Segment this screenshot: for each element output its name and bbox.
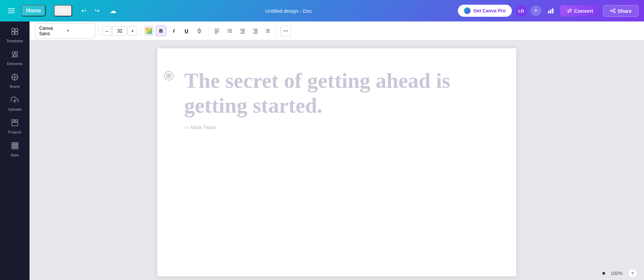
svg-point-3 xyxy=(614,9,615,10)
sidebar-item-uploads[interactable]: Uploads xyxy=(1,93,28,114)
document-title: Untitled design - Doc xyxy=(123,8,454,14)
bold-button[interactable]: B xyxy=(156,25,166,36)
more-options-button[interactable] xyxy=(280,25,291,36)
svg-rect-22 xyxy=(14,143,16,144)
top-navigation: Home File ↩ ↪ ☁ Untitled design - Doc Ge… xyxy=(0,0,644,21)
sidebar-item-templates[interactable]: Templates xyxy=(1,24,28,46)
apps-icon xyxy=(11,142,19,152)
svg-point-54 xyxy=(287,30,288,31)
sidebar-item-elements[interactable]: Elements xyxy=(1,47,28,68)
brand-icon xyxy=(11,73,19,83)
font-size-input[interactable] xyxy=(112,26,127,36)
svg-point-40 xyxy=(227,32,228,33)
home-button[interactable]: Home xyxy=(21,5,46,16)
more-options-icon xyxy=(283,28,289,34)
outdent-icon xyxy=(252,28,258,34)
add-collaborator-button[interactable]: + xyxy=(531,5,541,16)
zoom-level: 100% xyxy=(610,271,623,276)
indent-button[interactable] xyxy=(237,25,248,36)
list-icon xyxy=(227,28,233,34)
decrease-font-size-button[interactable]: – xyxy=(102,26,112,36)
formatting-toolbar: Canva Sans ▼ – + B I U xyxy=(30,21,644,40)
apps-label: Apps xyxy=(10,153,19,157)
spacing-button[interactable] xyxy=(263,25,273,36)
document-canvas: The secret of getting ahead is getting s… xyxy=(157,48,516,276)
svg-rect-20 xyxy=(12,122,18,126)
svg-rect-29 xyxy=(16,147,18,149)
quote-attribution: — Mark Twain xyxy=(184,124,489,130)
scroll-indicator xyxy=(602,272,605,275)
svg-rect-2 xyxy=(552,8,553,13)
svg-rect-25 xyxy=(14,145,16,147)
toolbar-divider-4 xyxy=(277,26,277,36)
underline-button[interactable]: U xyxy=(181,25,192,36)
svg-rect-18 xyxy=(12,120,14,121)
svg-rect-1 xyxy=(550,9,551,13)
status-bar: 100% ? xyxy=(596,267,644,280)
align-left-icon xyxy=(214,28,220,34)
svg-rect-23 xyxy=(16,143,18,144)
stats-button[interactable] xyxy=(545,5,557,17)
sidebar-item-brand[interactable]: Brand xyxy=(1,70,28,91)
strikethrough-button[interactable] xyxy=(194,25,205,36)
redo-button[interactable]: ↪ xyxy=(91,5,103,17)
left-sidebar: Templates Elements Brand xyxy=(0,0,30,280)
sidebar-item-projects[interactable]: Projects xyxy=(1,115,28,137)
elements-label: Elements xyxy=(7,62,22,66)
get-canva-pro-button[interactable]: Get Canva Pro xyxy=(458,5,512,17)
undo-button[interactable]: ↩ xyxy=(77,5,90,17)
strikethrough-icon xyxy=(197,28,202,34)
uploads-label: Uploads xyxy=(8,107,21,111)
file-button[interactable]: File xyxy=(54,5,72,16)
color-swatch xyxy=(146,28,152,34)
svg-point-52 xyxy=(284,30,285,31)
svg-point-5 xyxy=(614,11,615,13)
svg-rect-0 xyxy=(548,11,549,13)
font-family-selector[interactable]: Canva Sans ▼ xyxy=(35,23,95,39)
help-button[interactable]: ? xyxy=(628,269,637,278)
svg-rect-27 xyxy=(12,147,13,149)
brand-label: Brand xyxy=(10,85,19,89)
nav-right-group: Get Canva Pro LD + Convert xyxy=(458,5,639,17)
chevron-down-icon: ▼ xyxy=(66,29,91,33)
svg-rect-28 xyxy=(14,147,16,149)
svg-marker-14 xyxy=(12,55,15,57)
svg-point-38 xyxy=(227,29,228,30)
align-left-button[interactable] xyxy=(212,25,222,36)
cloud-save-button[interactable]: ☁ xyxy=(107,5,119,17)
sidebar-item-apps[interactable]: Apps xyxy=(1,138,28,160)
svg-rect-11 xyxy=(15,32,18,35)
svg-rect-19 xyxy=(15,120,18,121)
text-color-button[interactable] xyxy=(144,26,154,36)
svg-rect-24 xyxy=(12,145,13,147)
italic-button[interactable]: I xyxy=(168,25,179,36)
elements-icon xyxy=(11,50,19,60)
convert-icon xyxy=(567,8,572,13)
uploads-icon xyxy=(11,96,19,106)
plus-circle-icon xyxy=(166,73,171,78)
canvas-area: The secret of getting ahead is getting s… xyxy=(30,40,644,280)
templates-icon xyxy=(11,27,19,38)
svg-rect-13 xyxy=(15,52,17,54)
svg-point-53 xyxy=(285,30,286,31)
toolbar-divider-2 xyxy=(141,26,141,36)
add-content-button[interactable] xyxy=(164,71,173,80)
svg-rect-9 xyxy=(15,29,18,31)
svg-point-12 xyxy=(12,52,15,54)
font-family-value: Canva Sans xyxy=(39,25,64,36)
svg-rect-10 xyxy=(12,32,14,35)
outdent-button[interactable] xyxy=(250,25,261,36)
svg-point-39 xyxy=(227,31,228,31)
share-button[interactable]: Share xyxy=(603,5,639,17)
templates-label: Templates xyxy=(6,39,23,43)
increase-font-size-button[interactable]: + xyxy=(128,26,137,36)
undo-redo-group: ↩ ↪ xyxy=(77,5,103,17)
toolbar-divider-1 xyxy=(99,26,99,36)
indent-icon xyxy=(239,28,246,34)
list-button[interactable] xyxy=(224,25,235,36)
user-avatar-button[interactable]: LD xyxy=(515,5,527,17)
convert-button[interactable]: Convert xyxy=(560,5,600,16)
hamburger-menu[interactable] xyxy=(5,6,17,16)
quote-text[interactable]: The secret of getting ahead is getting s… xyxy=(184,68,489,118)
svg-point-4 xyxy=(610,10,612,11)
